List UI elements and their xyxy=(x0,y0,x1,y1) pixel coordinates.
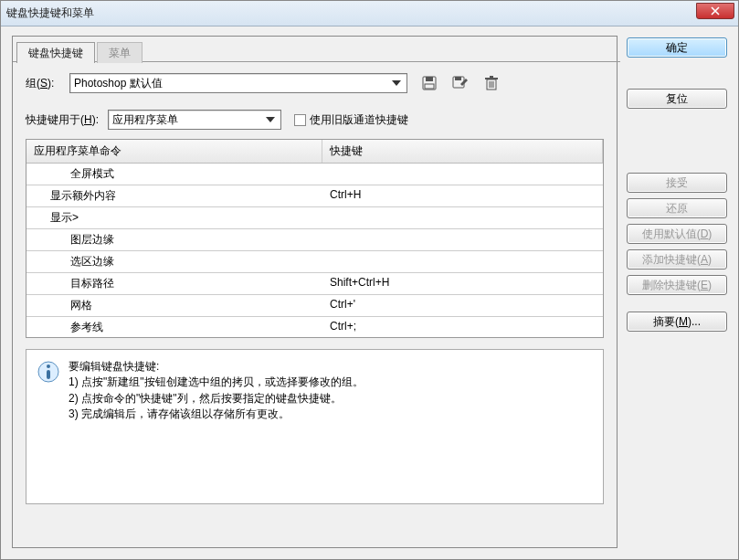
add-shortcut-button[interactable]: 添加快捷键(A) xyxy=(627,249,727,269)
close-button[interactable] xyxy=(696,3,734,19)
table-row[interactable]: 网格Ctrl+' xyxy=(26,295,603,317)
svg-rect-4 xyxy=(455,77,461,80)
shortcuts-for-select[interactable]: 应用程序菜单 xyxy=(108,110,281,130)
save-set-as-button[interactable] xyxy=(451,74,470,92)
hint-line-2: 2) 点按命令的"快捷键"列，然后按要指定的键盘快捷键。 xyxy=(69,391,364,407)
main-panel: 键盘快捷键 菜单 组(S): Photoshop 默认值 xyxy=(12,36,618,548)
th-shortcut[interactable]: 快捷键 xyxy=(322,140,603,163)
th-command[interactable]: 应用程序菜单命令 xyxy=(26,140,322,163)
shortcuts-for-label: 快捷键用于(H): xyxy=(26,112,108,128)
save-set-button[interactable] xyxy=(420,74,438,92)
titlebar: 键盘快捷键和菜单 xyxy=(1,1,738,26)
group-select-value: Photoshop 默认值 xyxy=(74,76,390,91)
svg-rect-13 xyxy=(47,370,50,379)
trash-icon xyxy=(485,76,498,90)
cell-command: 网格 xyxy=(26,295,322,316)
hint-line-3: 3) 完成编辑后，请存储该组以存储所有更改。 xyxy=(69,407,364,422)
hint-line-1: 1) 点按"新建组"按钮创建选中组的拷贝，或选择要修改的组。 xyxy=(69,375,364,390)
column-resize-handle[interactable] xyxy=(318,142,322,161)
hint-title: 要编辑键盘快捷键: xyxy=(69,359,364,375)
cell-command: 参考线 xyxy=(26,317,322,337)
svg-rect-7 xyxy=(490,76,493,78)
use-default-button[interactable]: 使用默认值(D) xyxy=(627,224,727,244)
tab-menus[interactable]: 菜单 xyxy=(97,42,143,63)
cell-command: 图层边缘 xyxy=(26,229,322,250)
table-row[interactable]: 目标路径Shift+Ctrl+H xyxy=(26,273,603,295)
accept-button[interactable]: 接受 xyxy=(627,173,727,193)
svg-rect-1 xyxy=(426,77,433,81)
table-row[interactable]: 参考线Ctrl+; xyxy=(26,317,603,337)
save-icon xyxy=(422,76,437,90)
tab-bar: 键盘快捷键 菜单 xyxy=(16,42,617,62)
shortcuts-table: 应用程序菜单命令 快捷键 全屏模式显示额外内容Ctrl+H显示>图层边缘选区边缘… xyxy=(26,139,604,338)
delete-shortcut-button[interactable]: 删除快捷键(E) xyxy=(627,275,727,295)
svg-rect-6 xyxy=(485,78,498,79)
cell-shortcut: Ctrl+; xyxy=(322,317,603,337)
group-select[interactable]: Photoshop 默认值 xyxy=(69,73,407,93)
group-row: 组(S): Photoshop 默认值 xyxy=(26,73,604,93)
table-row[interactable]: 图层边缘 xyxy=(26,229,603,251)
group-icon-row xyxy=(420,74,501,92)
dialog-body: 键盘快捷键 菜单 组(S): Photoshop 默认值 xyxy=(1,26,738,559)
cell-command: 目标路径 xyxy=(26,273,322,294)
dialog-window: 键盘快捷键和菜单 键盘快捷键 菜单 组(S): Photoshop 默认值 xyxy=(0,0,739,560)
chevron-down-icon xyxy=(390,77,403,90)
cell-shortcut: Ctrl+H xyxy=(322,185,603,206)
cell-command: 全屏模式 xyxy=(26,164,322,185)
cell-shortcut: Ctrl+' xyxy=(322,295,603,316)
cell-command: 显示额外内容 xyxy=(26,185,322,206)
info-icon xyxy=(37,361,59,383)
reset-button[interactable]: 复位 xyxy=(627,89,727,109)
legacy-checkbox-label: 使用旧版通道快捷键 xyxy=(310,112,408,128)
table-header: 应用程序菜单命令 快捷键 xyxy=(26,140,603,164)
summary-button[interactable]: 摘要(M)... xyxy=(627,312,727,332)
ok-button[interactable]: 确定 xyxy=(627,37,727,58)
shortcuts-for-value: 应用程序菜单 xyxy=(112,112,264,128)
table-row[interactable]: 选区边缘 xyxy=(26,251,603,273)
panel-inner: 组(S): Photoshop 默认值 xyxy=(13,62,617,513)
undo-button[interactable]: 还原 xyxy=(627,198,727,218)
tab-keyboard-shortcuts[interactable]: 键盘快捷键 xyxy=(16,42,95,63)
window-title: 键盘快捷键和菜单 xyxy=(6,5,94,21)
cell-command: 显示> xyxy=(26,207,322,228)
side-buttons: 确定 复位 接受 还原 使用默认值(D) 添加快捷键(A) 删除快捷键(E) 摘… xyxy=(627,36,727,548)
svg-point-12 xyxy=(47,365,50,368)
cell-shortcut xyxy=(322,207,603,228)
table-row[interactable]: 全屏模式 xyxy=(26,164,603,185)
save-as-icon xyxy=(452,76,469,90)
svg-rect-2 xyxy=(425,84,434,89)
table-body[interactable]: 全屏模式显示额外内容Ctrl+H显示>图层边缘选区边缘目标路径Shift+Ctr… xyxy=(26,164,603,337)
shortcuts-for-row: 快捷键用于(H): 应用程序菜单 使用旧版通道快捷键 xyxy=(26,110,604,130)
hint-text: 要编辑键盘快捷键: 1) 点按"新建组"按钮创建选中组的拷贝，或选择要修改的组。… xyxy=(69,359,364,483)
legacy-checkbox[interactable] xyxy=(294,114,306,126)
cell-shortcut xyxy=(322,251,603,272)
cell-shortcut: Shift+Ctrl+H xyxy=(322,273,603,294)
cell-shortcut xyxy=(322,164,603,185)
delete-set-button[interactable] xyxy=(482,74,501,92)
table-row[interactable]: 显示> xyxy=(26,207,603,229)
cell-shortcut xyxy=(322,229,603,250)
hint-box: 要编辑键盘快捷键: 1) 点按"新建组"按钮创建选中组的拷贝，或选择要修改的组。… xyxy=(26,349,604,504)
group-label: 组(S): xyxy=(26,76,69,91)
chevron-down-icon xyxy=(264,113,277,126)
close-icon xyxy=(710,6,721,16)
legacy-checkbox-wrap[interactable]: 使用旧版通道快捷键 xyxy=(294,112,408,128)
cell-command: 选区边缘 xyxy=(26,251,322,272)
table-row[interactable]: 显示额外内容Ctrl+H xyxy=(26,185,603,207)
